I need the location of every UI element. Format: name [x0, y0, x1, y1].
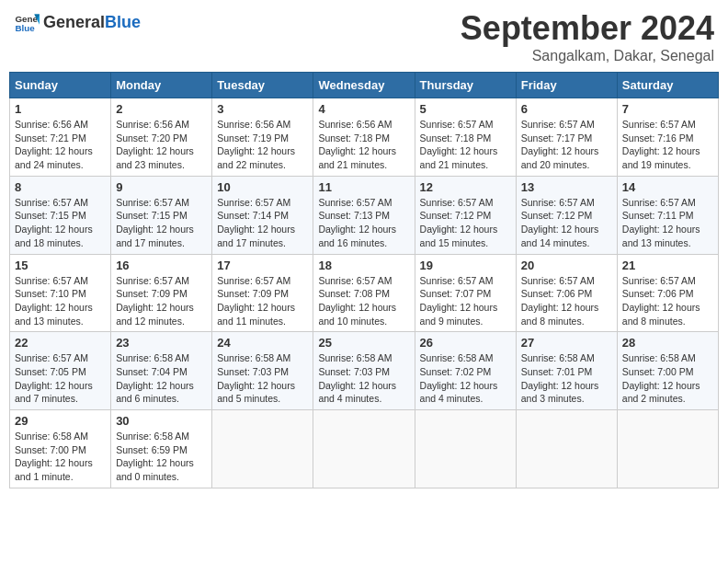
cell-text: Sunrise: 6:57 AMSunset: 7:15 PMDaylight:…: [116, 196, 207, 250]
day-number: 14: [622, 180, 713, 194]
day-number: 30: [116, 414, 207, 428]
logo-icon: General Blue: [14, 9, 40, 35]
calendar-week-3: 15Sunrise: 6:57 AMSunset: 7:10 PMDayligh…: [10, 254, 719, 332]
cell-text: Sunrise: 6:58 AMSunset: 7:03 PMDaylight:…: [217, 351, 308, 406]
calendar-cell: 20Sunrise: 6:57 AMSunset: 7:06 PMDayligh…: [516, 254, 617, 332]
calendar: SundayMondayTuesdayWednesdayThursdayFrid…: [9, 72, 719, 488]
calendar-cell: 28Sunrise: 6:58 AMSunset: 7:00 PMDayligh…: [617, 332, 718, 410]
day-number: 6: [521, 102, 612, 116]
calendar-cell: 23Sunrise: 6:58 AMSunset: 7:04 PMDayligh…: [111, 332, 212, 410]
day-number: 19: [420, 259, 511, 272]
calendar-cell: [415, 410, 516, 488]
day-number: 13: [521, 180, 612, 194]
header: General Blue GeneralBlue September 2024 …: [9, 9, 719, 64]
calendar-cell: 24Sunrise: 6:58 AMSunset: 7:03 PMDayligh…: [212, 332, 313, 410]
day-number: 27: [521, 336, 612, 350]
weekday-header-thursday: Thursday: [415, 73, 516, 98]
cell-text: Sunrise: 6:57 AMSunset: 7:16 PMDaylight:…: [622, 118, 713, 172]
day-number: 25: [318, 336, 409, 350]
day-number: 4: [318, 102, 409, 116]
day-number: 24: [217, 336, 308, 350]
day-number: 17: [217, 259, 308, 272]
calendar-cell: 29Sunrise: 6:58 AMSunset: 7:00 PMDayligh…: [10, 410, 111, 488]
cell-text: Sunrise: 6:58 AMSunset: 7:00 PMDaylight:…: [622, 351, 713, 406]
cell-text: Sunrise: 6:58 AMSunset: 7:04 PMDaylight:…: [116, 351, 207, 406]
calendar-cell: 16Sunrise: 6:57 AMSunset: 7:09 PMDayligh…: [111, 254, 212, 332]
calendar-week-5: 29Sunrise: 6:58 AMSunset: 7:00 PMDayligh…: [10, 410, 719, 488]
cell-text: Sunrise: 6:58 AMSunset: 6:59 PMDaylight:…: [116, 430, 207, 484]
day-number: 7: [622, 102, 713, 116]
cell-text: Sunrise: 6:57 AMSunset: 7:05 PMDaylight:…: [15, 351, 106, 406]
weekday-header-monday: Monday: [111, 73, 212, 98]
logo: General Blue GeneralBlue: [14, 9, 141, 35]
calendar-week-1: 1Sunrise: 6:56 AMSunset: 7:21 PMDaylight…: [10, 98, 719, 177]
weekday-header-row: SundayMondayTuesdayWednesdayThursdayFrid…: [10, 73, 719, 98]
cell-text: Sunrise: 6:57 AMSunset: 7:14 PMDaylight:…: [217, 196, 308, 250]
day-number: 16: [116, 259, 207, 272]
cell-text: Sunrise: 6:57 AMSunset: 7:07 PMDaylight:…: [420, 274, 511, 328]
day-number: 11: [318, 180, 409, 194]
cell-text: Sunrise: 6:56 AMSunset: 7:20 PMDaylight:…: [116, 118, 207, 172]
calendar-week-4: 22Sunrise: 6:57 AMSunset: 7:05 PMDayligh…: [10, 332, 719, 410]
weekday-header-saturday: Saturday: [617, 73, 718, 98]
weekday-header-friday: Friday: [516, 73, 617, 98]
calendar-cell: 4Sunrise: 6:56 AMSunset: 7:18 PMDaylight…: [313, 98, 415, 177]
calendar-cell: 1Sunrise: 6:56 AMSunset: 7:21 PMDaylight…: [10, 98, 111, 177]
weekday-header-tuesday: Tuesday: [212, 73, 313, 98]
calendar-cell: 17Sunrise: 6:57 AMSunset: 7:09 PMDayligh…: [212, 254, 313, 332]
calendar-cell: 22Sunrise: 6:57 AMSunset: 7:05 PMDayligh…: [10, 332, 111, 410]
day-number: 21: [622, 259, 713, 272]
calendar-cell: 5Sunrise: 6:57 AMSunset: 7:18 PMDaylight…: [415, 98, 516, 177]
day-number: 28: [622, 336, 713, 350]
location-title: Sangalkam, Dakar, Senegal: [461, 48, 714, 64]
calendar-cell: [516, 410, 617, 488]
logo-text-blue: Blue: [105, 13, 141, 31]
calendar-cell: 30Sunrise: 6:58 AMSunset: 6:59 PMDayligh…: [111, 410, 212, 488]
calendar-cell: [212, 410, 313, 488]
cell-text: Sunrise: 6:57 AMSunset: 7:13 PMDaylight:…: [318, 196, 409, 250]
calendar-cell: 15Sunrise: 6:57 AMSunset: 7:10 PMDayligh…: [10, 254, 111, 332]
cell-text: Sunrise: 6:58 AMSunset: 7:02 PMDaylight:…: [420, 351, 511, 406]
cell-text: Sunrise: 6:57 AMSunset: 7:09 PMDaylight:…: [116, 274, 207, 328]
cell-text: Sunrise: 6:56 AMSunset: 7:19 PMDaylight:…: [217, 118, 308, 172]
day-number: 23: [116, 336, 207, 350]
day-number: 10: [217, 180, 308, 194]
cell-text: Sunrise: 6:57 AMSunset: 7:18 PMDaylight:…: [420, 118, 511, 172]
day-number: 29: [15, 414, 106, 428]
cell-text: Sunrise: 6:57 AMSunset: 7:06 PMDaylight:…: [622, 274, 713, 328]
day-number: 26: [420, 336, 511, 350]
calendar-cell: 13Sunrise: 6:57 AMSunset: 7:12 PMDayligh…: [516, 176, 617, 254]
cell-text: Sunrise: 6:58 AMSunset: 7:03 PMDaylight:…: [318, 351, 409, 406]
day-number: 18: [318, 259, 409, 272]
cell-text: Sunrise: 6:58 AMSunset: 7:01 PMDaylight:…: [521, 351, 612, 406]
title-area: September 2024 Sangalkam, Dakar, Senegal: [461, 9, 714, 64]
day-number: 22: [15, 336, 106, 350]
cell-text: Sunrise: 6:57 AMSunset: 7:09 PMDaylight:…: [217, 274, 308, 328]
cell-text: Sunrise: 6:58 AMSunset: 7:00 PMDaylight:…: [15, 430, 106, 484]
calendar-cell: 18Sunrise: 6:57 AMSunset: 7:08 PMDayligh…: [313, 254, 415, 332]
day-number: 5: [420, 102, 511, 116]
calendar-cell: [617, 410, 718, 488]
calendar-week-2: 8Sunrise: 6:57 AMSunset: 7:15 PMDaylight…: [10, 176, 719, 254]
cell-text: Sunrise: 6:57 AMSunset: 7:06 PMDaylight:…: [521, 274, 612, 328]
svg-text:Blue: Blue: [15, 23, 35, 33]
calendar-cell: 21Sunrise: 6:57 AMSunset: 7:06 PMDayligh…: [617, 254, 718, 332]
cell-text: Sunrise: 6:57 AMSunset: 7:12 PMDaylight:…: [521, 196, 612, 250]
day-number: 12: [420, 180, 511, 194]
cell-text: Sunrise: 6:56 AMSunset: 7:18 PMDaylight:…: [318, 118, 409, 172]
calendar-cell: 7Sunrise: 6:57 AMSunset: 7:16 PMDaylight…: [617, 98, 718, 177]
cell-text: Sunrise: 6:56 AMSunset: 7:21 PMDaylight:…: [15, 118, 106, 172]
calendar-cell: [313, 410, 415, 488]
cell-text: Sunrise: 6:57 AMSunset: 7:11 PMDaylight:…: [622, 196, 713, 250]
day-number: 15: [15, 259, 106, 272]
day-number: 20: [521, 259, 612, 272]
cell-text: Sunrise: 6:57 AMSunset: 7:17 PMDaylight:…: [521, 118, 612, 172]
calendar-cell: 14Sunrise: 6:57 AMSunset: 7:11 PMDayligh…: [617, 176, 718, 254]
weekday-header-wednesday: Wednesday: [313, 73, 415, 98]
calendar-cell: 9Sunrise: 6:57 AMSunset: 7:15 PMDaylight…: [111, 176, 212, 254]
cell-text: Sunrise: 6:57 AMSunset: 7:15 PMDaylight:…: [15, 196, 106, 250]
calendar-cell: 3Sunrise: 6:56 AMSunset: 7:19 PMDaylight…: [212, 98, 313, 177]
calendar-cell: 19Sunrise: 6:57 AMSunset: 7:07 PMDayligh…: [415, 254, 516, 332]
day-number: 3: [217, 102, 308, 116]
calendar-cell: 12Sunrise: 6:57 AMSunset: 7:12 PMDayligh…: [415, 176, 516, 254]
